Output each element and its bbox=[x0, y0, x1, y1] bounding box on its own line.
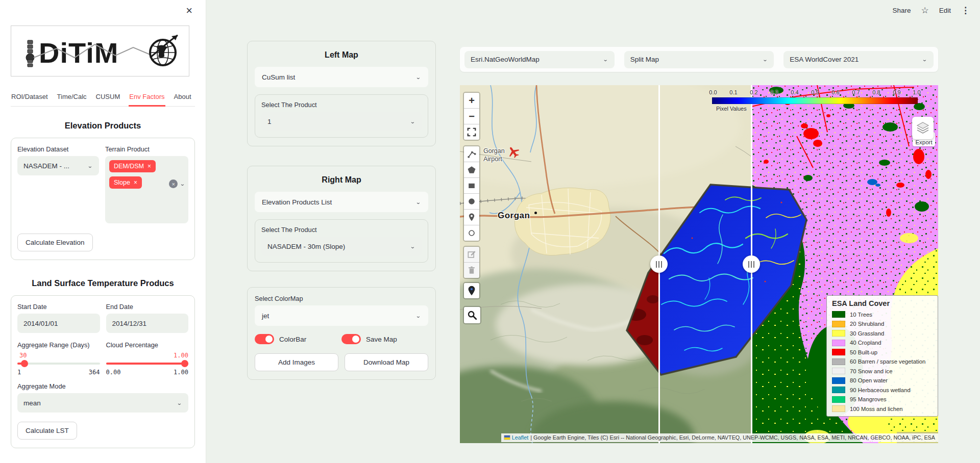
elevation-card: Elevation Dataset NASADEM - ... ⌄ Terrai… bbox=[11, 138, 195, 260]
left-map-source-select[interactable]: CuSum list ⌄ bbox=[255, 67, 428, 87]
tab-time-calc[interactable]: Time/Calc bbox=[57, 90, 87, 106]
split-map[interactable]: 0.0 0.1 0.2 0.3 0.4 0.5 0.6 0.7 0.8 0.9 … bbox=[460, 85, 938, 443]
star-icon[interactable]: ☆ bbox=[921, 5, 928, 16]
aggregate-mode-value: mean bbox=[23, 399, 41, 407]
aggregate-mode-label: Aggregate Mode bbox=[17, 382, 188, 390]
slider-thumb[interactable] bbox=[181, 360, 188, 367]
draw-circle-button[interactable] bbox=[464, 194, 479, 210]
chip-slope[interactable]: Slope × bbox=[109, 176, 142, 189]
share-button[interactable]: Share bbox=[892, 7, 911, 14]
layers-control[interactable] bbox=[912, 117, 934, 139]
colorbar-gradient bbox=[712, 97, 918, 104]
draw-polyline-button[interactable] bbox=[464, 146, 479, 162]
add-images-button[interactable]: Add Images bbox=[255, 353, 338, 371]
legend-label: 60 Barren / sparse vegetation bbox=[850, 358, 925, 365]
overlay-select[interactable]: ESA WorldCover 2021 ⌄ bbox=[783, 51, 934, 68]
delete-layers-button[interactable] bbox=[464, 263, 479, 278]
slider-thumb[interactable] bbox=[21, 360, 28, 367]
legend-swatch bbox=[832, 387, 845, 393]
tab-env-factors[interactable]: Env Factors bbox=[129, 90, 165, 107]
slider-max: 364 bbox=[89, 369, 100, 376]
logo-text: DiTiM bbox=[39, 37, 118, 69]
aggregate-mode-select[interactable]: mean ⌄ bbox=[17, 393, 188, 413]
map-attribution: Leaflet | Google Earth Engine, Tiles (C)… bbox=[501, 433, 938, 442]
right-map-product-select[interactable]: NASADEM - 30m (Slope) ⌄ bbox=[261, 237, 422, 256]
left-map-title: Left Map bbox=[255, 50, 428, 60]
chevron-down-icon: ⌄ bbox=[410, 243, 415, 249]
chevron-down-icon: ⌄ bbox=[415, 74, 421, 80]
start-date-field[interactable]: 2014/01/01 bbox=[17, 314, 100, 333]
satellite-icon bbox=[26, 40, 34, 67]
slider-min: 1 bbox=[17, 369, 21, 376]
edit-button[interactable]: Edit bbox=[939, 7, 951, 14]
sidebar-close-icon[interactable]: × bbox=[186, 5, 192, 16]
colorbar-tick: 0.8 bbox=[872, 89, 880, 95]
aggregate-range-slider[interactable]: 30 1 364 bbox=[17, 352, 100, 375]
fullscreen-button[interactable] bbox=[464, 124, 479, 140]
draw-marker-button[interactable] bbox=[464, 210, 479, 225]
colorbar-toggle[interactable] bbox=[255, 334, 274, 344]
download-map-button[interactable]: Download Map bbox=[345, 353, 428, 371]
colormap-select[interactable]: jet ⌄ bbox=[255, 305, 428, 326]
polyline-icon bbox=[467, 149, 477, 159]
chip-dem-dsm[interactable]: DEM/DSM × bbox=[109, 160, 156, 172]
savemap-toggle-label: Save Map bbox=[366, 336, 397, 343]
tab-about[interactable]: About bbox=[174, 90, 192, 106]
right-map-panel: Right Map Elevation Products List ⌄ Sele… bbox=[247, 166, 436, 271]
ukraine-flag-icon bbox=[504, 435, 510, 440]
colormap-label: Select ColorMap bbox=[255, 295, 428, 302]
basemap-value: Esri.NatGeoWorldMap bbox=[471, 56, 540, 63]
calculate-elevation-button[interactable]: Calculate Elevation bbox=[17, 234, 93, 251]
chevron-down-icon: ⌄ bbox=[415, 313, 421, 319]
map-mode-select[interactable]: Split Map ⌄ bbox=[624, 51, 774, 68]
legend-row: 95 Mangroves bbox=[832, 396, 933, 403]
legend-swatch bbox=[832, 349, 845, 355]
basemap-select[interactable]: Esri.NatGeoWorldMap ⌄ bbox=[464, 51, 615, 68]
right-map-product-card: Select The Product NASADEM - 30m (Slope)… bbox=[255, 219, 428, 263]
zoom-out-button[interactable]: − bbox=[464, 109, 479, 124]
esa-legend: ESA Land Cover 10 Trees 20 Shrubland 30 … bbox=[826, 295, 938, 417]
calculate-lst-button[interactable]: Calculate LST bbox=[17, 422, 77, 440]
draw-rectangle-button[interactable] bbox=[464, 178, 479, 194]
legend-row: 40 Cropland bbox=[832, 340, 933, 346]
right-map-source-select[interactable]: Elevation Products List ⌄ bbox=[255, 192, 428, 212]
left-map-panel: Left Map CuSum list ⌄ Select The Product… bbox=[247, 41, 436, 146]
map-header-bar: Esri.NatGeoWorldMap ⌄ Split Map ⌄ ESA Wo… bbox=[460, 47, 938, 72]
cloud-percentage-slider[interactable]: 1.00 0.00 1.00 bbox=[106, 352, 189, 375]
tab-roi-dataset[interactable]: ROI/Dataset bbox=[11, 90, 48, 106]
chevron-down-icon[interactable]: ⌄ bbox=[180, 181, 185, 187]
savemap-toggle[interactable] bbox=[341, 334, 361, 344]
colormap-value: jet bbox=[262, 312, 269, 320]
terrain-product-multiselect[interactable]: DEM/DSM × Slope × × ⌄ bbox=[105, 156, 188, 223]
tab-cusum[interactable]: CUSUM bbox=[95, 90, 121, 106]
kebab-menu-icon[interactable]: ⋮ bbox=[961, 5, 970, 16]
split-handle-right[interactable] bbox=[743, 255, 760, 273]
legend-swatch bbox=[832, 340, 845, 346]
clear-all-icon[interactable]: × bbox=[169, 179, 178, 188]
search-button[interactable] bbox=[464, 307, 480, 323]
legend-label: 50 Built-up bbox=[850, 349, 877, 355]
sidebar-tabs: ROI/Dataset Time/Calc CUSUM Env Factors … bbox=[11, 90, 195, 107]
legend-title: ESA Land Cover bbox=[832, 299, 933, 307]
leaflet-link[interactable]: Leaflet bbox=[512, 434, 528, 441]
split-handle-left[interactable] bbox=[650, 255, 668, 273]
pin-icon bbox=[466, 285, 477, 296]
globe-icon bbox=[150, 35, 178, 65]
colorbar-tick: 0.9 bbox=[893, 89, 900, 95]
left-map-product-select[interactable]: 1 ⌄ bbox=[261, 112, 422, 131]
chip-remove-icon[interactable]: × bbox=[134, 179, 137, 186]
rectangle-icon bbox=[467, 181, 477, 191]
zoom-in-button[interactable]: + bbox=[464, 93, 479, 109]
draw-circlemarker-button[interactable] bbox=[464, 225, 479, 241]
left-map-product-value: 1 bbox=[267, 118, 272, 125]
chip-remove-icon[interactable]: × bbox=[148, 163, 151, 170]
draw-polygon-button[interactable] bbox=[464, 162, 479, 178]
marker-tool-button[interactable] bbox=[464, 283, 479, 298]
colorbar-tick: 0.7 bbox=[852, 89, 860, 95]
end-date-field[interactable]: 2014/12/31 bbox=[106, 314, 189, 333]
slider-min: 0.00 bbox=[106, 369, 121, 376]
elevation-dataset-select[interactable]: NASADEM - ... ⌄ bbox=[17, 156, 99, 175]
edit-toolbar bbox=[463, 246, 480, 279]
marker-tool bbox=[463, 282, 480, 299]
edit-layers-button[interactable] bbox=[464, 247, 479, 263]
